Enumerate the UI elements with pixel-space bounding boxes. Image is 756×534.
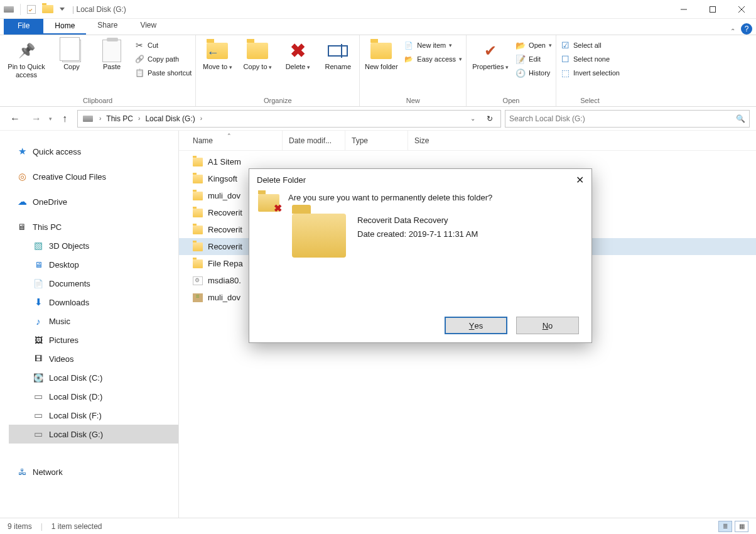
qat-dropdown-icon[interactable] [60,8,65,11]
breadcrumb-this-pc[interactable]: This PC [105,114,134,123]
tree-disk-g[interactable]: Local Disk (G:) [9,425,178,444]
group-label: Organize [200,95,355,105]
tree-creative-cloud[interactable]: Creative Cloud Files [9,167,178,186]
breadcrumb-separator-icon[interactable]: › [97,115,104,122]
pin-to-quick-access-button[interactable]: Pin to Quick access [4,38,49,79]
paste-button[interactable]: Paste [94,38,129,71]
refresh-button[interactable]: ↻ [482,114,498,123]
easy-access-button[interactable]: 📂Easy access [404,54,462,64]
list-item[interactable]: A1 Sitem [179,153,756,170]
tree-music[interactable]: Music [9,312,178,330]
network-icon [16,466,28,477]
copy-to-button[interactable]: Copy to [240,38,275,72]
tree-pictures[interactable]: Pictures [9,330,178,349]
label: Local Disk (D:) [49,392,102,401]
invert-selection-button[interactable]: Invert selection [560,68,620,78]
column-type[interactable]: Type [345,131,408,150]
tab-home[interactable]: Home [43,18,86,35]
drive-icon [33,372,44,383]
properties-button[interactable]: Properties [470,38,510,72]
search-icon[interactable]: 🔍 [736,114,745,123]
folder-icon [193,226,203,234]
file-name: muli_dov [208,293,240,302]
rename-button[interactable]: Rename [320,38,355,71]
tree-3d-objects[interactable]: 3D Objects [9,236,178,255]
folder-icon [193,259,203,268]
sort-indicator-icon: ⌃ [227,133,232,139]
column-name[interactable]: Name⌃ [179,131,283,150]
move-to-button[interactable]: ← Move to [200,38,235,72]
move-to-icon: ← [207,40,228,62]
tree-disk-c[interactable]: Local Disk (C:) [9,368,178,387]
large-icons-view-button[interactable]: ▦ [735,521,748,532]
clipboard-mini-column: Cut Copy path Paste shortcut [134,38,192,78]
tree-videos[interactable]: Videos [9,349,178,368]
close-button[interactable] [727,0,756,19]
select-all-button[interactable]: Select all [560,40,620,50]
label: Select all [573,41,602,49]
forward-button[interactable]: → [28,110,45,128]
copy-path-button[interactable]: Copy path [134,54,192,64]
paste-shortcut-button[interactable]: Paste shortcut [134,68,192,78]
tree-disk-d[interactable]: Local Disk (D:) [9,387,178,406]
view-mode-buttons: ≣ ▦ [718,521,748,532]
file-name: Recoverit [208,225,242,234]
title-bar: Local Disk (G:) [0,0,756,19]
tree-disk-f[interactable]: Local Disk (F:) [9,406,178,425]
edit-button[interactable]: Edit [516,54,552,64]
address-dropdown-icon[interactable]: ⌄ [465,115,480,122]
search-input[interactable]: Search Local Disk (G:) 🔍 [505,110,750,128]
maximize-button[interactable] [698,0,727,19]
tree-this-pc[interactable]: This PC [9,217,178,236]
open-button[interactable]: Open [516,40,552,50]
label: This PC [33,222,62,232]
label: Pin to Quick access [4,63,49,79]
copy-button[interactable]: Copy [54,38,89,71]
tab-view[interactable]: View [129,18,168,35]
delete-button[interactable]: ✖ Delete [280,38,315,72]
recent-dropdown-icon[interactable]: ▾ [49,116,52,122]
tree-network[interactable]: Network [9,462,178,481]
folder-created: Date created: 2019-7-1 11:31 AM [357,227,478,241]
group-label: Clipboard [4,95,192,105]
new-folder-button[interactable]: New folder [364,38,399,71]
breadcrumb-separator-icon[interactable]: › [198,115,205,122]
no-button[interactable]: No [516,317,579,334]
yes-button[interactable]: Yes [445,317,507,334]
new-folder-icon [370,40,392,62]
column-size[interactable]: Size [408,131,471,150]
checkbox-icon[interactable] [27,5,36,14]
breadcrumb-local-disk-g[interactable]: Local Disk (G:) [144,114,196,123]
label: Easy access [417,55,456,63]
label: Copy path [148,55,179,63]
dialog-close-button[interactable]: ✕ [576,174,584,186]
selection-count: 1 item selected [51,522,102,531]
dialog-body: Are you sure you want to permanently del… [249,190,591,308]
folder-icon[interactable] [42,5,53,13]
details-view-button[interactable]: ≣ [718,521,732,532]
select-none-button[interactable]: Select none [560,54,620,64]
address-bar[interactable]: › This PC › Local Disk (G:) › ⌄ ↻ [77,110,501,128]
tree-quick-access[interactable]: Quick access [9,142,178,161]
cut-icon [134,40,144,50]
up-button[interactable]: ↑ [56,110,73,128]
tree-downloads[interactable]: Downloads [9,293,178,312]
history-button[interactable]: History [516,68,552,78]
tree-desktop[interactable]: Desktop [9,255,178,274]
ribbon-collapse-icon[interactable]: ⌃ [725,28,741,35]
properties-icon [480,40,501,62]
label: Videos [49,354,74,364]
cut-button[interactable]: Cut [134,40,192,50]
tab-file[interactable]: File [4,19,43,35]
tree-documents[interactable]: Documents [9,274,178,293]
back-button[interactable]: ← [6,110,24,128]
minimize-button[interactable] [669,0,698,19]
label: Copy [63,63,80,71]
tree-onedrive[interactable]: OneDrive [9,192,178,211]
help-icon[interactable]: ? [741,23,752,35]
new-item-button[interactable]: 📄New item [404,40,462,50]
breadcrumb-separator-icon[interactable]: › [136,115,143,122]
label: Cut [148,41,158,49]
column-date[interactable]: Date modif... [283,131,345,150]
tab-share[interactable]: Share [86,18,129,35]
